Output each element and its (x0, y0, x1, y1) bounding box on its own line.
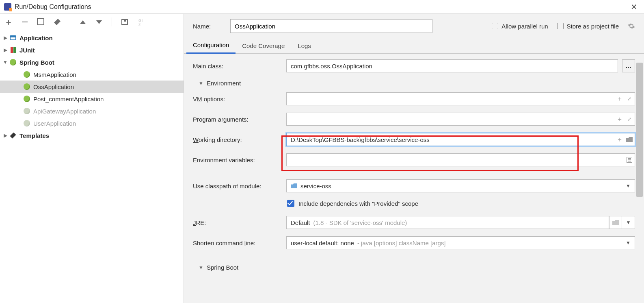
gear-icon[interactable] (628, 22, 635, 30)
tree-label: UserApplication (33, 120, 76, 127)
name-input[interactable] (230, 19, 432, 33)
tree-application-group[interactable]: ▶ Application (0, 32, 184, 44)
move-down-button[interactable] (95, 17, 104, 26)
spring-icon (10, 59, 16, 65)
tree-label: Application (19, 35, 53, 41)
checkbox-icon (557, 23, 564, 29)
tree-item-user[interactable]: UserApplication (0, 117, 184, 129)
insert-macro-icon[interactable]: ＋ (616, 136, 623, 143)
tree-item-apigateway[interactable]: ApiGatewayApplication (0, 105, 184, 117)
working-dir-row: Working directory: ＋ (193, 133, 635, 146)
tabs: Configuration Code Coverage Logs (184, 38, 644, 54)
jre-row: JRE: Default (1.8 - SDK of 'service-oss'… (193, 216, 635, 229)
shorten-cmd-value: user-local default: none (291, 240, 354, 246)
env-vars-row: Environment variables: (193, 153, 635, 166)
checkbox-label: Store as project file (567, 23, 619, 30)
collapse-icon[interactable]: ▼ (2, 59, 8, 65)
jre-select[interactable]: Default (1.8 - SDK of 'service-oss' modu… (286, 216, 609, 229)
expand-icon[interactable]: ⤢ (626, 116, 633, 122)
add-config-button[interactable]: ＋ (4, 17, 13, 26)
copy-config-button[interactable] (37, 17, 45, 26)
tree-label: MsmApplication (33, 71, 76, 78)
config-tree: ▶ Application ▶ JUnit ▼ Spring Boot MsmA… (0, 30, 184, 303)
classpath-row: Use classpath of module: service-oss ▼ (193, 179, 635, 192)
working-dir-input[interactable] (286, 133, 635, 146)
move-up-button[interactable] (78, 17, 87, 26)
name-label: Name: (193, 23, 221, 30)
checkbox-label: Allow parallel run (501, 23, 548, 30)
spring-icon (24, 71, 30, 78)
tree-item-postcomment[interactable]: Post_commentApplication (0, 93, 184, 105)
folder-icon (612, 220, 619, 225)
tree-label: OssApplication (33, 83, 74, 90)
jre-label: JRE: (193, 219, 286, 226)
chevron-down-icon: ▼ (626, 220, 631, 225)
shorten-cmd-select[interactable]: user-local default: none - java [options… (286, 236, 635, 249)
tab-logs[interactable]: Logs (291, 39, 318, 53)
tree-item-msm[interactable]: MsmApplication (0, 68, 184, 81)
tab-configuration[interactable]: Configuration (186, 38, 236, 54)
app-icon (4, 3, 11, 11)
browse-main-class-button[interactable]: … (622, 59, 635, 72)
tree-springboot-group[interactable]: ▼ Spring Boot (0, 56, 184, 68)
jre-dropdown-button[interactable]: ▼ (622, 216, 635, 229)
vm-options-input[interactable] (286, 92, 635, 105)
tree-label: Templates (19, 132, 49, 139)
env-vars-label: Environment variables: (193, 157, 286, 163)
left-panel: ＋ az ▶ Application ▶ JUnit ▼ (0, 14, 184, 303)
tab-code-coverage[interactable]: Code Coverage (236, 39, 291, 53)
chevron-down-icon: ▼ (199, 265, 203, 270)
name-row: Name: Allow parallel run Store as projec… (184, 14, 644, 38)
sort-az-button[interactable]: az (136, 17, 145, 26)
main-class-input[interactable] (286, 59, 618, 72)
expand-icon[interactable]: ▶ (2, 47, 8, 53)
edit-defaults-button[interactable] (53, 17, 62, 26)
scroll-thumb[interactable] (636, 63, 643, 197)
tree-label: ApiGatewayApplication (33, 108, 96, 115)
tree-label: Post_commentApplication (33, 96, 104, 102)
remove-config-button[interactable] (20, 17, 29, 26)
expand-icon[interactable]: ▶ (2, 35, 8, 41)
insert-macro-icon[interactable]: ＋ (616, 96, 623, 102)
vertical-scrollbar[interactable] (636, 63, 643, 301)
spring-icon (24, 83, 30, 90)
vm-options-row: VM options: ＋ ⤢ (193, 92, 635, 105)
spring-icon (24, 120, 30, 126)
env-vars-input[interactable] (286, 153, 635, 166)
expand-icon[interactable]: ⤢ (626, 96, 633, 102)
chevron-down-icon: ▼ (626, 240, 631, 246)
module-icon (291, 183, 297, 188)
chevron-down-icon: ▼ (626, 183, 631, 189)
shorten-cmd-row: Shorten command line: user-local default… (193, 236, 635, 249)
junit-icon (11, 47, 16, 53)
springboot-section-header[interactable]: ▼ Spring Boot (199, 264, 635, 271)
folder-icon[interactable] (626, 136, 633, 143)
list-icon[interactable] (626, 157, 633, 163)
checkbox-checked-icon (287, 200, 294, 207)
close-icon[interactable]: ✕ (628, 2, 640, 12)
spring-icon (24, 108, 30, 114)
allow-parallel-checkbox[interactable]: Allow parallel run (492, 23, 548, 30)
window-title: Run/Debug Configurations (15, 3, 91, 11)
jre-browse-button[interactable] (609, 216, 622, 229)
expand-icon[interactable]: ▶ (2, 133, 8, 138)
jre-value: Default (291, 219, 310, 226)
store-as-file-checkbox[interactable]: Store as project file (557, 23, 619, 30)
chevron-down-icon: ▼ (199, 81, 203, 86)
config-form: Main class: … ▼ Environment VM options: … (184, 54, 644, 271)
classpath-select[interactable]: service-oss ▼ (286, 179, 635, 192)
insert-macro-icon[interactable]: ＋ (616, 116, 623, 122)
include-provided-checkbox[interactable]: Include dependencies with "Provided" sco… (287, 200, 635, 207)
save-config-button[interactable] (120, 17, 129, 26)
spring-icon (24, 96, 30, 102)
tree-templates-group[interactable]: ▶ Templates (0, 129, 184, 142)
environment-section-header[interactable]: ▼ Environment (199, 80, 635, 87)
classpath-label: Use classpath of module: (193, 183, 286, 190)
wrench-icon (10, 133, 16, 139)
tree-junit-group[interactable]: ▶ JUnit (0, 44, 184, 56)
checkbox-label: Include dependencies with "Provided" sco… (298, 200, 418, 207)
program-args-input[interactable] (286, 113, 635, 126)
shorten-cmd-label: Shorten command line: (193, 240, 286, 246)
tree-item-oss[interactable]: OssApplication (0, 81, 184, 93)
classpath-value: service-oss (300, 183, 331, 190)
